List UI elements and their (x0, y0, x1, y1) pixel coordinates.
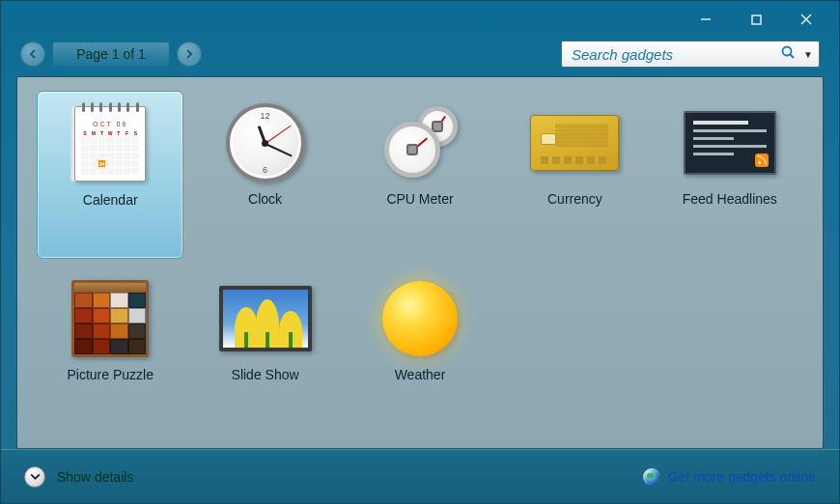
gadget-currency[interactable]: Currency (501, 91, 648, 259)
gadget-label: Clock (248, 191, 282, 207)
gadget-label: Picture Puzzle (67, 367, 153, 382)
calendar-icon: OCT 06 SMTWTFS 24 (64, 99, 156, 188)
gadget-slide-show[interactable]: Slide Show (191, 266, 338, 434)
gadget-label: CPU Meter (386, 191, 453, 207)
footer-bar: Show details Get more gadgets online (1, 449, 839, 503)
gadget-picture-puzzle[interactable]: Picture Puzzle (37, 266, 183, 434)
titlebar (1, 1, 839, 38)
weather-icon (374, 274, 466, 363)
svg-point-4 (783, 47, 792, 56)
feed-icon (684, 98, 776, 187)
gadget-cpu-meter[interactable]: CPU Meter (347, 91, 493, 259)
toolbar: Page 1 of 1 ▼ (1, 38, 839, 76)
gadget-label: Weather (395, 367, 446, 382)
show-details-toggle[interactable] (24, 466, 45, 488)
gadget-label: Calendar (83, 192, 138, 208)
search-input[interactable] (572, 46, 776, 63)
prev-page-button[interactable] (20, 42, 45, 67)
show-details-label: Show details (57, 469, 133, 485)
svg-rect-1 (752, 15, 761, 24)
clock-icon (219, 98, 312, 187)
cpu-meter-icon (374, 98, 466, 187)
picture-puzzle-icon (64, 274, 156, 363)
close-button[interactable] (781, 3, 831, 36)
maximize-button[interactable] (731, 3, 781, 36)
page-indicator: Page 1 of 1 (53, 42, 169, 66)
next-page-button[interactable] (177, 42, 202, 67)
svg-line-5 (791, 55, 795, 59)
gadget-label: Currency (547, 191, 602, 207)
search-box[interactable]: ▼ (561, 41, 820, 68)
gadget-label: Slide Show (232, 367, 299, 382)
get-more-gadgets-link[interactable]: Get more gadgets online (668, 469, 816, 485)
gadget-feed-headlines[interactable]: Feed Headlines (657, 91, 803, 259)
gadget-clock[interactable]: Clock (191, 91, 338, 259)
gadget-weather[interactable]: Weather (347, 266, 493, 434)
minimize-button[interactable] (681, 3, 731, 36)
currency-icon (528, 98, 621, 187)
gadget-gallery-window: Page 1 of 1 ▼ OCT 06 SMTWTFS (0, 0, 840, 504)
gadget-label: Feed Headlines (683, 191, 777, 207)
globe-icon (643, 468, 660, 486)
gadget-grid: OCT 06 SMTWTFS 24 Calendar (16, 76, 824, 449)
search-filter-dropdown[interactable]: ▼ (803, 49, 813, 60)
gadget-calendar[interactable]: OCT 06 SMTWTFS 24 Calendar (37, 91, 183, 259)
slide-show-icon (219, 274, 312, 363)
search-icon[interactable] (780, 44, 796, 64)
